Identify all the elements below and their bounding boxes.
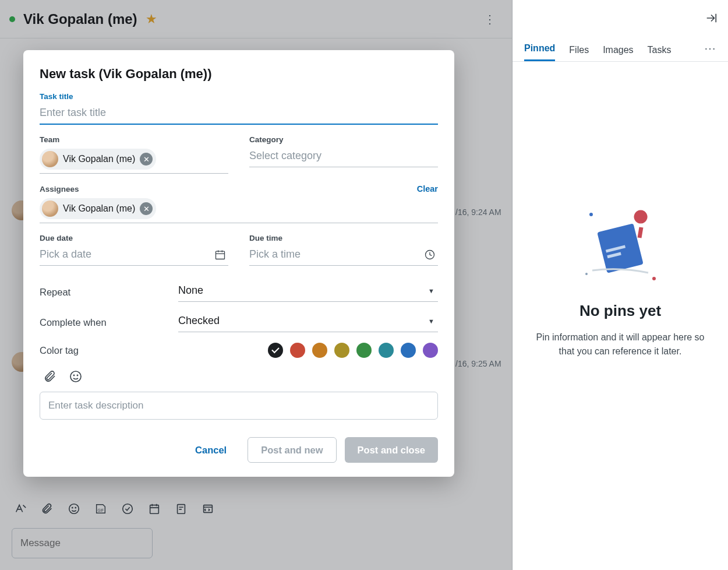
pins-empty-state: No pins yet Pin information and it will … <box>513 27 728 535</box>
post-and-close-button[interactable]: Post and close <box>345 437 438 463</box>
due-date-input[interactable] <box>40 245 228 266</box>
complete-when-value: Checked <box>178 315 220 327</box>
assignees-label: Assignees <box>40 185 79 193</box>
category-select[interactable] <box>249 146 438 167</box>
empty-title: No pins yet <box>579 302 661 320</box>
caret-down-icon: ▼ <box>428 318 434 325</box>
clock-icon[interactable] <box>424 249 436 263</box>
color-swatch[interactable] <box>401 343 416 358</box>
collapse-panel-icon[interactable] <box>705 12 718 27</box>
team-chip-label: Vik Gopalan (me) <box>63 154 135 164</box>
color-swatch[interactable] <box>268 343 283 358</box>
cancel-button[interactable]: Cancel <box>182 437 239 463</box>
caret-down-icon: ▼ <box>428 287 434 294</box>
color-swatch[interactable] <box>312 343 327 358</box>
due-date-label: Due date <box>40 234 228 242</box>
task-title-input[interactable] <box>40 103 438 125</box>
color-swatch[interactable] <box>423 343 438 358</box>
remove-chip-icon[interactable]: ✕ <box>140 202 153 215</box>
svg-point-15 <box>70 371 81 382</box>
complete-when-dropdown[interactable]: Checked ▼ <box>178 312 438 332</box>
modal-title: New task (Vik Gopalan (me)) <box>40 66 438 82</box>
color-swatch-row <box>268 343 438 358</box>
svg-point-16 <box>73 375 74 375</box>
avatar <box>42 200 58 217</box>
due-time-input[interactable] <box>249 245 438 266</box>
empty-subtitle: Pin information and it will appear here … <box>533 330 707 357</box>
color-tag-label: Color tag <box>40 345 268 356</box>
avatar <box>42 151 58 167</box>
repeat-value: None <box>178 284 203 297</box>
category-label: Category <box>249 135 438 144</box>
color-swatch[interactable] <box>290 343 305 358</box>
assignee-chip-label: Vik Gopalan (me) <box>63 203 135 214</box>
team-field[interactable]: Vik Gopalan (me) ✕ <box>40 146 228 174</box>
complete-when-label: Complete when <box>40 317 178 328</box>
task-title-label: Task title <box>40 92 438 101</box>
emoji-icon[interactable] <box>69 370 83 386</box>
task-description-input[interactable] <box>40 392 438 420</box>
clear-assignees-link[interactable]: Clear <box>417 184 438 193</box>
repeat-dropdown[interactable]: None ▼ <box>178 282 438 302</box>
remove-chip-icon[interactable]: ✕ <box>140 153 153 166</box>
due-time-label: Due time <box>249 234 438 242</box>
repeat-label: Repeat <box>40 287 178 298</box>
svg-point-8 <box>589 213 593 216</box>
post-and-new-button[interactable]: Post and new <box>248 437 336 463</box>
attach-file-icon[interactable] <box>43 370 57 386</box>
svg-rect-13 <box>216 251 225 259</box>
assignee-chip: Vik Gopalan (me) ✕ <box>40 198 156 219</box>
team-chip: Vik Gopalan (me) ✕ <box>40 149 156 170</box>
color-swatch[interactable] <box>379 343 394 358</box>
pins-illustration <box>574 204 667 291</box>
assignees-field[interactable]: Vik Gopalan (me) ✕ <box>40 196 438 223</box>
svg-point-10 <box>585 273 588 275</box>
color-swatch[interactable] <box>356 343 372 358</box>
svg-point-17 <box>77 375 77 375</box>
svg-point-9 <box>652 277 656 280</box>
team-label: Team <box>40 135 228 144</box>
color-swatch[interactable] <box>334 343 349 358</box>
new-task-modal: New task (Vik Gopalan (me)) Task title T… <box>23 50 454 477</box>
calendar-icon[interactable] <box>214 249 226 263</box>
